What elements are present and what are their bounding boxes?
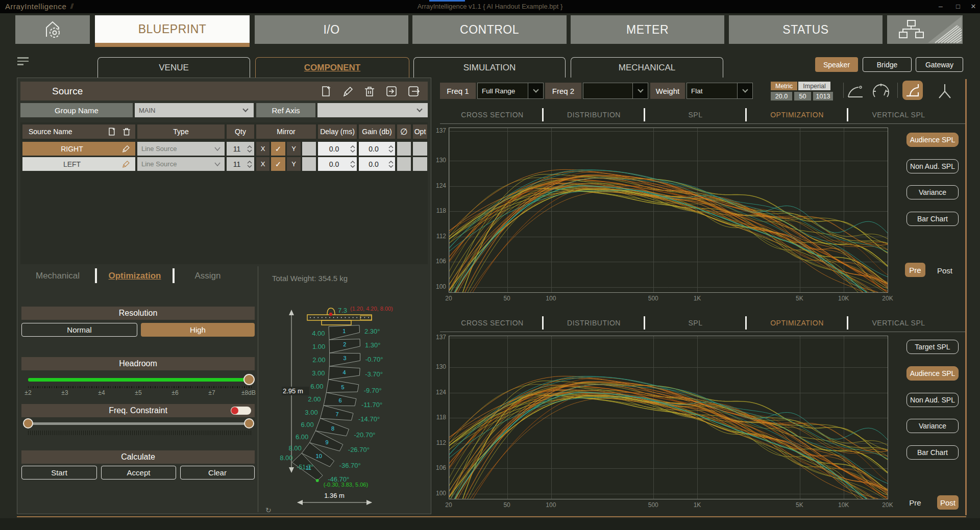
network-tab[interactable] (887, 15, 963, 44)
headroom-slider-track[interactable] (28, 378, 253, 382)
stepper-icon[interactable] (247, 145, 252, 153)
edit-row-icon[interactable] (121, 160, 130, 168)
freq-range-handle-low[interactable] (23, 418, 33, 428)
chart-button-variance[interactable]: Variance (906, 419, 959, 433)
spl-curve-view-button[interactable] (902, 81, 923, 100)
chart-tab-distribution[interactable]: DISTRIBUTION (543, 316, 645, 330)
menu-icon[interactable] (17, 57, 30, 67)
mode-gateway-button[interactable]: Gateway (916, 57, 963, 72)
tab-io[interactable]: I/O (255, 15, 408, 44)
mode-speaker-button[interactable]: Speaker (815, 57, 858, 72)
gain-field[interactable]: 0.0 (359, 142, 395, 156)
headroom-slider-handle[interactable] (243, 374, 255, 385)
import-source-icon[interactable] (385, 85, 398, 98)
tab-status[interactable]: STATUS (729, 15, 883, 44)
mirror-y-checkbox[interactable] (302, 157, 316, 171)
stepper-icon[interactable] (388, 145, 394, 153)
chart-tab-cross-section[interactable]: CROSS SECTION (442, 108, 543, 121)
angle-tool-icon[interactable] (846, 83, 865, 99)
units-metric-button[interactable]: Metric (771, 82, 797, 90)
edit-row-icon[interactable] (121, 144, 130, 153)
pre-button[interactable]: Pre (902, 497, 928, 508)
chart-tab-optimization[interactable]: OPTIMIZATION (746, 316, 848, 330)
chart-tab-spl[interactable]: SPL (645, 108, 746, 121)
quantity-stepper[interactable]: 11 (227, 142, 254, 156)
chart-button-non-aud-spl[interactable]: Non Aud. SPL (906, 159, 959, 173)
group-name-select[interactable]: MAIN (135, 103, 254, 117)
env-humidity-value[interactable]: 50 (794, 92, 811, 100)
stepper-icon[interactable] (350, 145, 355, 153)
edit-source-icon[interactable] (342, 85, 354, 98)
opt-checkbox[interactable] (413, 142, 427, 156)
freq1-select[interactable]: Full Range (477, 83, 544, 99)
chart-tab-vertical-spl[interactable]: VERTICAL SPL (848, 316, 949, 330)
gauge-icon[interactable] (871, 83, 891, 100)
maximize-button[interactable]: □ (950, 0, 966, 12)
chart-button-target-spl[interactable]: Target SPL (906, 340, 959, 354)
chart-tab-optimization[interactable]: OPTIMIZATION (746, 108, 848, 121)
freq2-select[interactable] (583, 83, 648, 99)
units-imperial-button[interactable]: Imperial (798, 82, 830, 90)
chart-button-variance[interactable]: Variance (906, 185, 959, 199)
spl-chart-bottom[interactable] (449, 336, 888, 499)
subtab-mechanical[interactable]: MECHANICAL (571, 57, 723, 78)
post-button[interactable]: Post (937, 495, 959, 510)
mirror-y-checkbox[interactable] (302, 142, 316, 156)
tab-control[interactable]: CONTROL (412, 15, 567, 44)
chart-tab-cross-section[interactable]: CROSS SECTION (442, 316, 543, 330)
env-pressure-value[interactable]: 1013 (813, 92, 833, 100)
resolution-high-button[interactable]: High (141, 323, 255, 337)
add-row-icon[interactable] (108, 127, 117, 137)
opt-checkbox[interactable] (413, 157, 427, 171)
ref-axis-select[interactable] (317, 103, 428, 117)
mode-bridge-button[interactable]: Bridge (863, 57, 912, 72)
start-button[interactable]: Start (21, 466, 97, 479)
stepper-icon[interactable] (247, 160, 252, 168)
new-source-icon[interactable] (321, 85, 333, 98)
chart-tab-vertical-spl[interactable]: VERTICAL SPL (848, 108, 949, 121)
tab-blueprint[interactable]: BLUEPRINT (95, 15, 250, 43)
table-row-name[interactable]: LEFT (22, 157, 135, 171)
chart-button-non-aud-spl[interactable]: Non Aud. SPL (906, 393, 959, 407)
rotate-view-icon[interactable]: ↻ (265, 506, 272, 514)
tab-meter[interactable]: METER (571, 15, 724, 44)
delete-source-icon[interactable] (363, 85, 376, 98)
freq-constraint-toggle[interactable] (231, 407, 251, 415)
mute-checkbox[interactable] (397, 157, 411, 171)
weight-select[interactable]: Flat (687, 83, 753, 99)
pre-button[interactable]: Pre (905, 263, 925, 277)
close-button[interactable]: ✕ (967, 0, 980, 12)
delete-row-icon[interactable] (122, 127, 131, 137)
env-temperature-value[interactable]: 20.0 (771, 92, 792, 100)
freq-range-slider-track[interactable] (28, 422, 253, 425)
settings-tab[interactable] (15, 15, 90, 44)
subtab-component[interactable]: COMPONENT (255, 57, 409, 78)
clear-button[interactable]: Clear (180, 466, 255, 479)
tripod-icon[interactable] (935, 83, 954, 100)
stepper-icon[interactable] (388, 160, 394, 168)
delay-field[interactable]: 0.0 (318, 142, 357, 156)
chart-button-audience-spl[interactable]: Audience SPL (906, 133, 959, 147)
mirror-x-checkbox[interactable]: ✓ (271, 157, 285, 171)
stepper-icon[interactable] (350, 160, 355, 168)
delay-field[interactable]: 0.0 (318, 157, 357, 171)
chart-button-audience-spl[interactable]: Audience SPL (906, 366, 959, 381)
spl-chart-top[interactable] (449, 128, 888, 293)
type-select[interactable]: Line Source (137, 157, 225, 171)
freq-range-handle-high[interactable] (244, 418, 254, 428)
subtab-venue[interactable]: VENUE (97, 57, 250, 78)
tab-assign[interactable]: Assign (180, 269, 236, 283)
gain-field[interactable]: 0.0 (359, 157, 395, 171)
tab-optimization[interactable]: Optimization (100, 269, 169, 283)
chart-button-bar-chart[interactable]: Bar Chart (906, 212, 959, 226)
chart-tab-spl[interactable]: SPL (645, 316, 746, 330)
tab-mechanical[interactable]: Mechanical (26, 269, 90, 283)
minimize-button[interactable]: – (933, 0, 948, 12)
mirror-x-checkbox[interactable]: ✓ (271, 142, 285, 156)
post-button[interactable]: Post (932, 265, 958, 275)
table-row-name[interactable]: RIGHT (22, 142, 135, 156)
accept-button[interactable]: Accept (101, 466, 176, 479)
type-select[interactable]: Line Source (137, 142, 225, 156)
export-source-icon[interactable] (407, 85, 421, 98)
subtab-simulation[interactable]: SIMULATION (413, 57, 566, 78)
